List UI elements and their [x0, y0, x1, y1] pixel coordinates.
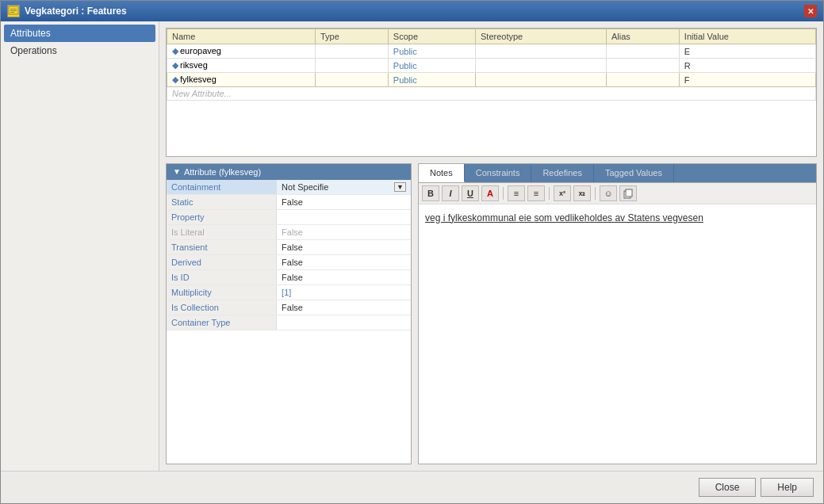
bottom-section: ▼ Attribute (fylkesveg) Containment Not …: [166, 163, 817, 465]
tab-constraints-label: Constraints: [476, 168, 520, 178]
row-initial-value: F: [679, 73, 815, 87]
tab-tagged-values[interactable]: Tagged Values: [594, 164, 674, 182]
emoji-button[interactable]: ☺: [600, 185, 617, 201]
prop-row-derived[interactable]: Derived False: [167, 254, 411, 269]
containment-cell: Not Specifie ▼: [282, 182, 406, 192]
main-content: Name Type Scope Stereotype Alias Initial…: [159, 21, 823, 471]
copy-button[interactable]: [619, 185, 637, 201]
row-stereotype: [475, 73, 606, 87]
notes-text: veg i fylkeskommunal eie som vedlikehold…: [425, 212, 703, 223]
tab-notes-label: Notes: [430, 168, 453, 178]
prop-row-is-collection[interactable]: Is Collection False: [167, 300, 411, 315]
prop-value-derived: False: [277, 254, 411, 269]
prop-value-property: [277, 209, 411, 224]
containment-dropdown[interactable]: ▼: [394, 182, 406, 192]
row-alias: [607, 59, 680, 73]
new-attribute-placeholder: New Attribute...: [167, 87, 816, 101]
tab-notes[interactable]: Notes: [419, 164, 465, 182]
notes-toolbar: B I U A ≡ ≡ x² x₂ ☺: [419, 183, 816, 204]
bullets-button[interactable]: ≡: [508, 185, 525, 201]
window-title: Vegkategori : Features: [25, 6, 127, 17]
prop-label-transient: Transient: [167, 239, 277, 254]
row-alias: [607, 44, 680, 59]
attribute-panel-header: ▼ Attribute (fylkesveg): [167, 164, 411, 180]
attributes-table: Name Type Scope Stereotype Alias Initial…: [167, 29, 816, 156]
superscript-button[interactable]: x²: [554, 185, 571, 201]
panel-collapse-arrow[interactable]: ▼: [173, 167, 181, 176]
notes-tabs: Notes Constraints Redefines Tagged Value…: [419, 164, 816, 183]
tab-constraints[interactable]: Constraints: [465, 164, 532, 182]
row-name: ◆riksveg: [167, 59, 316, 73]
sidebar-item-operations-label: Operations: [10, 45, 57, 56]
prop-row-static[interactable]: Static False: [167, 194, 411, 209]
prop-value-is-collection: False: [277, 300, 411, 315]
prop-row-multiplicity[interactable]: Multiplicity [1]: [167, 284, 411, 300]
toolbar-separator-1: [503, 187, 504, 200]
col-stereotype: Stereotype: [475, 29, 606, 44]
prop-label-is-id: Is ID: [167, 269, 277, 284]
prop-value-multiplicity: [1]: [277, 284, 411, 300]
prop-label-containment: Containment: [167, 180, 277, 195]
col-scope: Scope: [388, 29, 475, 44]
prop-label-property: Property: [167, 209, 277, 224]
title-bar-left: Vegkategori : Features: [7, 5, 127, 17]
italic-button[interactable]: I: [442, 185, 459, 201]
prop-value-static: False: [277, 194, 411, 209]
prop-row-containment[interactable]: Containment Not Specifie ▼: [167, 180, 411, 195]
prop-row-transient[interactable]: Transient False: [167, 239, 411, 254]
notes-content-area[interactable]: veg i fylkeskommunal eie som vedlikehold…: [419, 204, 816, 464]
prop-label-is-literal: Is Literal: [167, 224, 277, 239]
table-row[interactable]: ◆riksveg Public R: [167, 59, 816, 73]
row-type: [315, 73, 388, 87]
new-attribute-row[interactable]: New Attribute...: [167, 87, 816, 101]
underline-button[interactable]: U: [462, 185, 479, 201]
row-alias: [607, 73, 680, 87]
prop-row-is-literal: Is Literal False: [167, 224, 411, 239]
prop-value-is-id: False: [277, 269, 411, 284]
table-row[interactable]: ◆europaveg Public E: [167, 44, 816, 59]
notes-panel: Notes Constraints Redefines Tagged Value…: [418, 163, 817, 465]
attr-dot: ◆: [172, 46, 178, 55]
sidebar-item-attributes[interactable]: Attributes: [4, 25, 155, 42]
prop-label-is-collection: Is Collection: [167, 300, 277, 315]
prop-value-is-literal: False: [277, 224, 411, 239]
row-scope: Public: [388, 59, 475, 73]
prop-label-container-type: Container Type: [167, 315, 277, 330]
svg-rect-3: [10, 12, 14, 13]
bold-button[interactable]: B: [422, 185, 439, 201]
toolbar-separator-3: [595, 187, 596, 200]
prop-value-transient: False: [277, 239, 411, 254]
row-type: [315, 59, 388, 73]
numbering-button[interactable]: ≡: [527, 185, 545, 201]
window-icon: [7, 5, 20, 17]
help-button[interactable]: Help: [761, 478, 814, 497]
dialog-body: Attributes Operations Name Type Scope St…: [1, 21, 823, 471]
window-close-button[interactable]: ✕: [804, 5, 817, 17]
subscript-button[interactable]: x₂: [573, 185, 591, 201]
col-alias: Alias: [607, 29, 680, 44]
sidebar-item-operations[interactable]: Operations: [4, 42, 155, 59]
col-name: Name: [167, 29, 316, 44]
attribute-properties-panel: ▼ Attribute (fylkesveg) Containment Not …: [166, 163, 412, 465]
sidebar-item-attributes-label: Attributes: [10, 28, 51, 39]
prop-row-container-type[interactable]: Container Type: [167, 315, 411, 330]
tab-redefines[interactable]: Redefines: [531, 164, 594, 182]
table-row-selected[interactable]: ◆fylkesveg Public F: [167, 73, 816, 87]
prop-value-containment: Not Specifie ▼: [277, 180, 411, 195]
row-scope: Public: [388, 73, 475, 87]
svg-rect-2: [10, 10, 17, 11]
tab-redefines-label: Redefines: [542, 168, 582, 178]
prop-row-is-id[interactable]: Is ID False: [167, 269, 411, 284]
attr-dot: ◆: [172, 74, 178, 84]
toolbar-separator-2: [549, 187, 550, 200]
title-bar: Vegkategori : Features ✕: [1, 1, 823, 21]
button-bar: Close Help: [1, 471, 823, 503]
prop-row-property[interactable]: Property: [167, 209, 411, 224]
close-button[interactable]: Close: [699, 478, 757, 497]
color-button[interactable]: A: [481, 185, 499, 201]
row-initial-value: E: [679, 44, 815, 59]
row-initial-value: R: [679, 59, 815, 73]
attr-dot: ◆: [172, 60, 178, 70]
svg-rect-5: [626, 189, 632, 197]
multiplicity-link[interactable]: [1]: [282, 288, 291, 297]
